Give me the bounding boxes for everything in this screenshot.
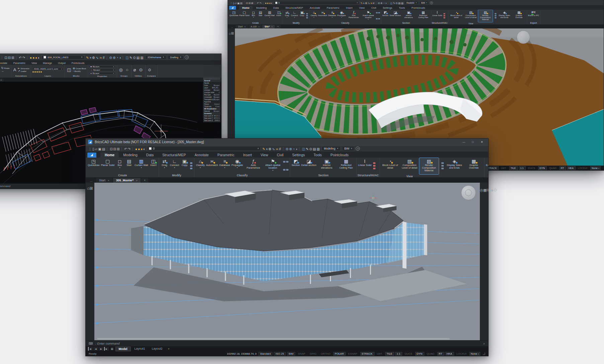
ribbon-button[interactable]: ◉Propagate▾ [337, 10, 346, 18]
view-front-icon[interactable]: ◑ [385, 2, 387, 5]
ribbon-button[interactable]: ▢Planar Solid [100, 158, 115, 169]
ribbon-tab[interactable]: Pointclouds [69, 61, 88, 65]
panels-icon[interactable]: ▥ [316, 147, 320, 151]
redo-icon[interactable]: ↷ [259, 2, 262, 5]
ribbon-button[interactable]: ◔Block Level of detail [380, 158, 400, 172]
layer-plot-icon[interactable]: ◐ [143, 147, 146, 151]
import-icon[interactable]: ⊡ [2, 56, 7, 60]
layer-on-icon[interactable]: ● [263, 2, 267, 5]
ribbon-button[interactable]: ◩Section [291, 158, 300, 169]
match-properties-icon[interactable]: ✎ [262, 147, 265, 151]
ribbon-button[interactable]: ▧Composition Level of detail [463, 10, 478, 20]
close-tab-icon[interactable]: × [245, 25, 246, 28]
status-toggle[interactable]: LWT [500, 166, 508, 170]
ribbon-tab[interactable]: View [256, 152, 273, 158]
ribbon-button[interactable]: ≡Database▾ [328, 10, 337, 18]
save-icon[interactable]: ▣ [98, 147, 101, 151]
layout-tab[interactable]: Layout1 [132, 347, 148, 351]
ribbon-button[interactable]: ⇄Drag▾ [160, 158, 169, 169]
close-tab-icon[interactable]: × [108, 179, 109, 182]
ribbon-button[interactable]: ▣Copy [298, 10, 306, 18]
ribbon-button[interactable]: ƒAuto Parametrize [244, 158, 263, 172]
grid-settings-icon[interactable]: # [279, 147, 281, 151]
sketch-icon[interactable]: ✎ [306, 147, 309, 151]
new-layout-button[interactable]: + [166, 347, 171, 351]
redo-icon[interactable]: ↷ [127, 147, 131, 151]
ribbon-button[interactable]: ▣Interior elevations [401, 10, 416, 20]
ribbon-tab[interactable]: Annotate [306, 6, 323, 10]
ribbon-tab[interactable]: Home [100, 152, 119, 158]
tab-overflow-icon[interactable]: … [89, 179, 95, 183]
layer-dropdown[interactable]: BIM_ROOM_LINES ▾ [41, 55, 84, 60]
save-all-icon[interactable]: ▤ [102, 147, 105, 151]
import-icon[interactable]: ⊡ [244, 2, 248, 5]
layer-plot-icon[interactable]: ◐ [37, 56, 40, 60]
help-icon[interactable]: ? [430, 1, 433, 4]
layer-lock-icon[interactable]: ● [140, 147, 143, 151]
property-row[interactable]: Linetype ByLayer [203, 89, 220, 91]
ribbon-tab[interactable]: Annotate [0, 61, 10, 65]
publish-icon[interactable]: ⊞ [11, 56, 14, 60]
ribbon-button[interactable]: ▥Curtain Wall▾ [264, 10, 275, 18]
units-icon[interactable]: ⚙ [92, 56, 95, 60]
manipulate-icon[interactable]: ≍ [370, 2, 373, 5]
ribbon-button[interactable]: IFCExport to IFC [527, 10, 539, 18]
grid-settings-icon[interactable]: # [102, 56, 105, 60]
help-icon[interactable]: ? [185, 55, 189, 59]
save-all-icon[interactable]: ▤ [240, 2, 243, 5]
ribbon-button[interactable]: ▩Graphic Override [512, 10, 526, 20]
tab-overflow-icon[interactable]: … [231, 26, 235, 28]
title-bar[interactable]: BricsCAD Ultimate beta (NOT FOR RESALE L… [86, 139, 488, 145]
tool-button[interactable]: ↗Leader [18, 70, 29, 73]
new-file-icon[interactable]: ▯ [92, 147, 95, 151]
property-row[interactable]: Transparency ByLayer [203, 98, 220, 101]
property-row[interactable]: Thickness 0 mm [203, 105, 220, 108]
ribbon-tab[interactable]: Modeling [253, 6, 270, 10]
ribbon-button[interactable]: ⅠLinear Solid [432, 10, 443, 18]
ribbon-tab[interactable]: Insert [239, 152, 256, 158]
ribbon-button[interactable]: ⅠLinear Solid [357, 158, 372, 169]
ribbon-tab[interactable]: View [28, 61, 40, 65]
ribbon-button[interactable]: ▣Interior elevations [317, 158, 336, 172]
print-icon[interactable]: ⊟ [113, 147, 116, 151]
help-icon[interactable]: ? [356, 147, 360, 151]
ribbon-tab[interactable]: Civil [272, 152, 288, 158]
structure-browser-icon[interactable]: ⊞ [231, 31, 234, 35]
redo-icon[interactable]: ↷ [22, 56, 25, 60]
status-toggle[interactable]: ESNAP [347, 352, 359, 356]
property-row[interactable]: Lineweight ByLayer [203, 96, 220, 98]
ribbon-tab[interactable]: Structural/MEP [158, 152, 190, 158]
status-toggle[interactable]: TILE [509, 166, 518, 170]
property-row[interactable]: Linetype scale 1 [203, 91, 220, 94]
ribbon-tab[interactable]: Structural/MEP [282, 6, 306, 10]
property-row[interactable]: Start point Z 2040.8 [203, 119, 220, 122]
manipulate-icon[interactable]: ≍ [99, 56, 102, 60]
status-toggle[interactable]: STRACK [360, 352, 374, 356]
view-front-icon[interactable]: ◑ [118, 56, 121, 60]
sheet-set-icon[interactable]: ▤ [136, 56, 140, 60]
first-layout-button[interactable]: ◀ [88, 347, 93, 351]
status-toggle[interactable]: ORTHO [320, 352, 333, 356]
ribbon-button[interactable]: ≍Automatch [205, 158, 219, 169]
monitor-icon[interactable]: ◫ [123, 56, 129, 60]
ribbon-button[interactable]: IFCExport to IFC [485, 158, 488, 169]
document-tab[interactable]: 305_Master*× [113, 178, 141, 183]
model-space-icon[interactable]: ⊞ [109, 347, 115, 351]
tool-button[interactable]: ◎ [118, 67, 124, 72]
open-file-icon[interactable]: ▱ [95, 147, 98, 151]
resize-grip[interactable] [483, 353, 485, 355]
status-toggle[interactable]: LWT [375, 352, 384, 356]
structure-browser-icon[interactable]: ⊞ [90, 186, 93, 191]
undo-icon[interactable]: ↶ [255, 2, 259, 5]
layer-on-icon[interactable]: ● [27, 56, 32, 60]
tool-button[interactable]: ≎ [147, 67, 153, 72]
print-icon[interactable]: ⊟ [248, 2, 251, 5]
next-layout-button[interactable]: ▶ [99, 347, 103, 351]
property-row[interactable]: Plot style ByColor [203, 94, 220, 96]
ribbon-button[interactable]: ◩Section [382, 10, 389, 18]
materials-table-icon[interactable]: ▦ [483, 188, 487, 192]
status-toggle[interactable]: QUAD [548, 166, 558, 170]
status-toggle[interactable]: QUAD [425, 352, 436, 356]
close-button[interactable]: ✕ [478, 140, 486, 145]
ribbon-button[interactable]: ⚑Attach spatial location▾ [361, 10, 376, 20]
